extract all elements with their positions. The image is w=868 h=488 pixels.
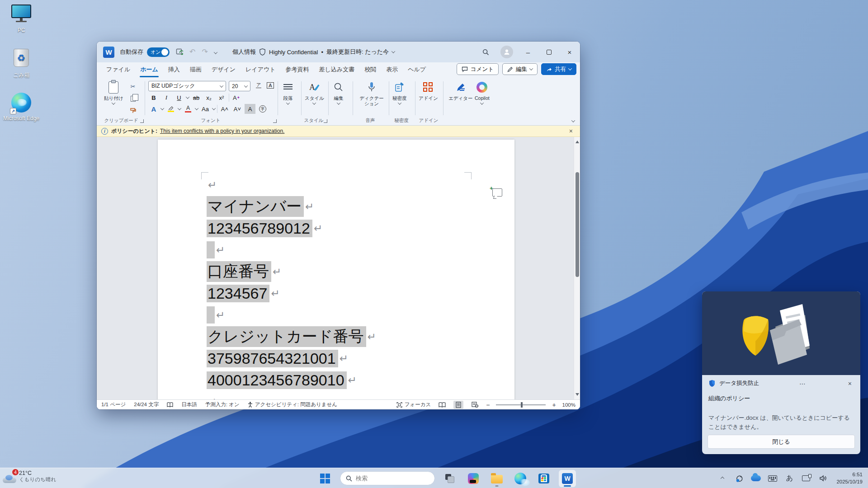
font-size-combo[interactable]: 20 [229, 81, 250, 91]
font-name-combo[interactable]: BIZ UDPゴシック [148, 81, 226, 91]
tab-layout[interactable]: レイアウト [241, 63, 281, 76]
start-button[interactable] [316, 470, 334, 487]
dlp-close-button[interactable]: 閉じる [708, 435, 855, 449]
collapse-ribbon-chevron-icon[interactable] [571, 118, 575, 122]
file-explorer-button[interactable] [488, 470, 505, 487]
undo-button[interactable]: ↶ [189, 48, 195, 56]
font-color-button[interactable]: A [183, 104, 193, 114]
word-taskbar-button[interactable]: W [559, 470, 576, 487]
comments-button[interactable]: コメント [457, 63, 499, 75]
doc-line[interactable]: ↵ [207, 391, 376, 399]
zoom-out-button[interactable]: − [486, 401, 490, 408]
prediction-indicator[interactable]: 予測入力: オン [205, 401, 240, 408]
scrollbar-thumb[interactable] [576, 172, 579, 277]
doc-line[interactable]: 123456789012↵ [207, 217, 376, 239]
tab-help[interactable]: ヘルプ [403, 63, 431, 76]
zoom-in-button[interactable]: + [552, 401, 556, 408]
minimize-button[interactable]: – [518, 42, 538, 62]
update-sync-icon[interactable] [732, 472, 746, 485]
text-effects-a-button[interactable]: A [148, 104, 159, 114]
doc-line[interactable]: ↵ [207, 304, 376, 326]
doc-line[interactable]: ↵ [207, 174, 376, 196]
font-dialog-launcher[interactable] [273, 119, 277, 123]
close-button[interactable]: × [559, 42, 580, 62]
tab-design[interactable]: デザイン [207, 63, 241, 76]
desktop-icon-edge[interactable]: ↗ Microsoft Edge [2, 93, 41, 122]
find-editing-button[interactable]: 編集 [332, 80, 345, 105]
touch-keyboard-icon[interactable] [766, 472, 779, 485]
styles-dialog-launcher[interactable] [324, 119, 327, 123]
doc-line[interactable]: 375987654321001↵ [207, 347, 376, 369]
clipboard-dialog-launcher[interactable] [140, 119, 144, 123]
tab-home[interactable]: ホーム [135, 63, 163, 76]
format-painter-button[interactable] [127, 106, 138, 116]
redo-button[interactable]: ↷ [202, 48, 208, 56]
tab-draw[interactable]: 描画 [185, 63, 207, 76]
shrink-font-button[interactable]: A˅ [232, 104, 243, 114]
edge-taskbar-button[interactable] [512, 470, 529, 487]
enclose-characters-button[interactable]: 字 [257, 104, 268, 114]
doc-line[interactable]: マイナンバー↵ [207, 196, 376, 217]
underline-button[interactable]: U [174, 93, 184, 103]
paste-button[interactable]: 貼り付け [104, 80, 123, 105]
document-title-area[interactable]: 個人情報 Highly Confidential • 最終更新日時: たった今 [232, 42, 395, 62]
superscript-button[interactable]: x² [216, 93, 227, 103]
store-button[interactable] [535, 470, 552, 487]
italic-button[interactable]: I [161, 93, 172, 103]
text-effects-button[interactable]: A✦ [231, 93, 242, 103]
taskbar-search[interactable] [340, 471, 435, 485]
doc-line[interactable]: ↵ [207, 239, 376, 261]
language-indicator[interactable]: 日本語 [181, 401, 197, 408]
share-button[interactable]: 共有 [541, 63, 576, 75]
weather-widget[interactable]: 4 21°C くもりのち晴れ [3, 469, 56, 483]
account-avatar[interactable] [500, 46, 513, 58]
zoom-level[interactable]: 100% [562, 402, 576, 408]
focus-mode-button[interactable]: フォーカス [396, 401, 431, 408]
network-icon[interactable] [799, 472, 813, 485]
task-view-button[interactable] [441, 470, 458, 487]
scroll-up-arrow[interactable] [576, 141, 579, 143]
read-mode-button[interactable] [437, 401, 447, 409]
change-case-button[interactable]: Aa [200, 104, 211, 114]
doc-line[interactable]: 1234567↵ [207, 282, 376, 304]
paragraph-button[interactable]: 段落 [281, 80, 295, 105]
page-indicator[interactable]: 1/1 ページ [101, 401, 126, 408]
desktop-icon-recycle-bin[interactable]: ♻ ごみ箱 [2, 49, 41, 79]
search-icon[interactable] [475, 42, 496, 62]
policy-close-icon[interactable]: × [566, 127, 576, 135]
character-shading-button[interactable]: A [245, 104, 255, 114]
sensitivity-button[interactable]: 秘密度 [392, 80, 407, 105]
addins-button[interactable]: アドイン [419, 80, 438, 101]
new-comment-margin-icon[interactable] [492, 188, 502, 197]
m365-copilot-button[interactable] [465, 470, 482, 487]
zoom-slider-knob[interactable] [521, 402, 523, 408]
strikethrough-button[interactable]: ab [191, 93, 202, 103]
web-layout-button[interactable] [470, 401, 480, 409]
search-input[interactable] [356, 475, 419, 482]
enclose-border-button[interactable]: A [265, 80, 276, 90]
editing-mode-button[interactable]: 編集 [502, 63, 538, 75]
autosave-toggle[interactable]: オン [147, 47, 170, 57]
phonetic-guide-button[interactable]: ア [253, 80, 264, 90]
bold-button[interactable]: B [148, 93, 159, 103]
volume-icon[interactable] [816, 472, 830, 485]
vertical-scrollbar[interactable] [574, 137, 580, 399]
underline-chevron-icon[interactable] [186, 95, 189, 99]
zoom-slider[interactable] [496, 404, 546, 405]
policy-tip-link[interactable]: This item conflicts with a policy in you… [160, 128, 284, 134]
cut-button[interactable]: ✂ [127, 81, 138, 91]
tab-mailings[interactable]: 差し込み文書 [314, 63, 360, 76]
tab-review[interactable]: 校閲 [359, 63, 381, 76]
highlight-color-button[interactable] [165, 104, 176, 114]
desktop-icon-pc[interactable]: PC [2, 5, 41, 33]
tab-insert[interactable]: 挿入 [163, 63, 185, 76]
dlp-more-icon[interactable]: ⋯ [797, 380, 808, 387]
editor-button[interactable]: エディター [448, 80, 472, 101]
copilot-button[interactable]: Copilot [475, 80, 490, 105]
dlp-close-icon[interactable]: × [846, 380, 854, 387]
doc-line[interactable]: 4000123456789010↵ [207, 369, 376, 391]
onedrive-icon[interactable] [749, 472, 763, 485]
print-layout-button[interactable] [453, 401, 463, 409]
grow-font-button[interactable]: A˄ [219, 104, 230, 114]
ime-indicator[interactable]: あ [783, 472, 796, 485]
